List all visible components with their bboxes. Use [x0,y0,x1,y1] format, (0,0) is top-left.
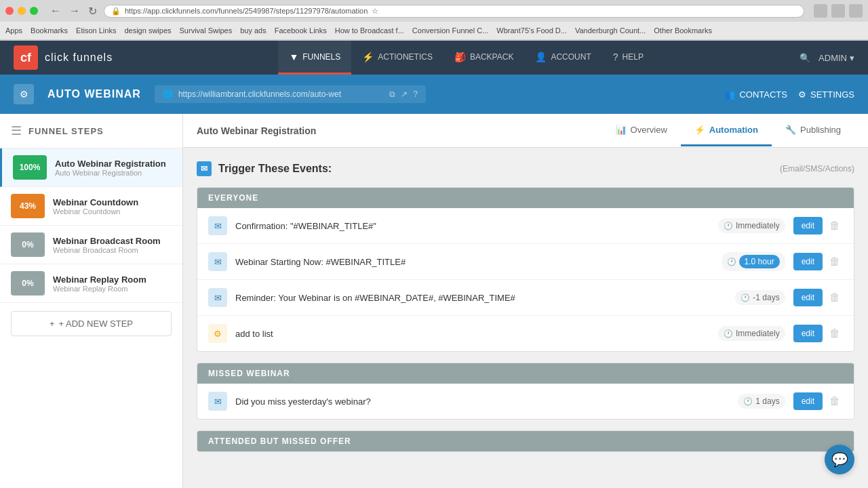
bookmark-item[interactable]: How to Broadcast f... [335,26,404,35]
section-header-missed: MISSED WEBINAR [197,363,854,384]
nav-funnels-label: FUNNELS [302,52,340,62]
sidebar-item-step-3[interactable]: 0% Webinar Replay Room Webinar Replay Ro… [0,264,182,303]
tab-overview[interactable]: 📊 Overview [602,115,681,146]
delete-btn-missed[interactable]: 🗑 [827,392,843,410]
bookmark-item[interactable]: Facebook Links [275,26,327,35]
copy-icon[interactable]: ⧉ [389,89,395,99]
contacts-label: CONTACTS [739,89,787,100]
header-right: 🔍 ADMIN ▾ [800,53,854,63]
nav-backpack[interactable]: 🎒 BACKPACK [443,41,524,75]
address-bar[interactable]: 🔒 https://app.clickfunnels.com/funnels/2… [104,5,804,18]
forward-btn[interactable]: → [66,5,83,18]
refresh-btn[interactable]: ↻ [85,5,100,18]
bookmark-item[interactable]: Survival Swipes [180,26,233,35]
step-subname-3: Webinar Replay Room [53,285,172,293]
add-new-step-button[interactable]: + + ADD NEW STEP [11,311,172,336]
minimize-browser-btn[interactable] [18,7,26,15]
funnel-header-icon: ⚙ [14,84,34,104]
tab-overview-label: Overview [631,125,667,135]
hamburger-icon[interactable]: ☰ [11,123,22,138]
clock-icon-missed: 🕐 [743,397,753,406]
email-row-icon-missed: ✉ [208,392,227,411]
row-actions-missed: edit 🗑 [793,392,843,410]
edit-btn-2[interactable]: edit [793,289,823,306]
contacts-btn[interactable]: 👥 CONTACTS [724,89,787,100]
bookmark-item[interactable]: Bookmarks [31,26,68,35]
funnel-url-bar[interactable]: 🌐 https://williambrant.clickfunnels.com/… [155,85,426,103]
back-btn[interactable]: ← [47,5,64,18]
maximize-browser-btn[interactable] [30,7,38,15]
nav-funnels[interactable]: ▼ FUNNELS [278,41,351,75]
chat-button[interactable]: 💬 [825,445,854,474]
bookmark-item[interactable]: design swipes [124,26,171,35]
sidebar-header: ☰ FUNNEL STEPS [0,114,182,148]
delete-btn-3[interactable]: 🗑 [827,325,843,342]
automation-row-missed: ✉ Did you miss yesterday's webinar? 🕐 1 … [197,384,854,419]
envelope-icon: ✉ [197,161,212,176]
delete-btn-0[interactable]: 🗑 [827,217,843,235]
step-percent-0: 100% [13,155,47,180]
backpack-icon: 🎒 [454,52,466,62]
edit-btn-missed[interactable]: edit [793,392,823,410]
nav-help[interactable]: ? HELP [602,41,654,75]
row-actions-2: edit 🗑 [793,289,843,306]
automation-area: ✉ Trigger These Events: (Email/SMS/Actio… [183,148,868,488]
delete-btn-1[interactable]: 🗑 [827,253,843,270]
section-missed-webinar: MISSED WEBINAR ✉ Did you miss yesterday'… [197,363,854,420]
row-label-3: add to list [235,329,710,339]
info-icon[interactable]: ? [413,89,418,99]
bookmark-item[interactable]: Apps [5,26,22,35]
step-name-3: Webinar Replay Room [53,274,172,285]
automation-row-add-to-list: ⚙ add to list 🕐 Immediately edit 🗑 [197,316,854,351]
bookmark-item[interactable]: Other Bookmarks [654,26,712,35]
row-label-missed: Did you miss yesterday's webinar? [235,396,730,407]
settings-label: SETTINGS [810,89,854,100]
funnel-header: ⚙ AUTO WEBINAR 🌐 https://williambrant.cl… [0,75,868,114]
tab-publishing[interactable]: 🔧 Publishing [772,115,854,146]
nav-actionetics-label: ACTIONETICS [378,52,433,62]
timing-text-missed: 1 days [755,396,779,406]
url-globe-icon: 🌐 [163,89,173,99]
trigger-subtitle: (Email/SMS/Actions) [780,164,854,174]
nav-backpack-label: BACKPACK [470,52,513,62]
edit-btn-3[interactable]: edit [793,325,823,342]
action-row-icon-3: ⚙ [208,324,227,343]
edit-btn-0[interactable]: edit [793,217,823,235]
nav-actionetics[interactable]: ⚡ ACTIONETICS [351,41,443,75]
tab-automation[interactable]: ⚡ Automation [681,115,772,146]
browser-controls: ← → ↻ 🔒 https://app.clickfunnels.com/fun… [0,0,868,22]
admin-menu-btn[interactable]: ADMIN ▾ [818,53,854,63]
external-link-icon[interactable]: ↗ [401,89,408,99]
url-text: https://app.clickfunnels.com/funnels/254… [125,7,368,15]
star-icon: ☆ [372,7,378,16]
timing-text-2: -1 days [753,293,779,302]
funnel-header-actions: 👥 CONTACTS ⚙ SETTINGS [724,89,854,100]
sidebar-item-step-0[interactable]: 100% Auto Webinar Registration Auto Webi… [0,148,182,187]
bookmark-item[interactable]: Conversion Funnel C... [412,26,489,35]
edit-btn-1[interactable]: edit [793,253,823,270]
step-percent-3: 0% [11,271,45,296]
contacts-icon: 👥 [724,89,735,100]
sidebar-item-step-1[interactable]: 43% Webinar Countdown Webinar Countdown [0,187,182,226]
section-everyone: EVERYONE ✉ Confirmation: "#WEBINAR_TITLE… [197,187,854,352]
bookmark-item[interactable]: Wbrant75's Food D... [496,26,567,35]
chevron-down-icon: ▾ [850,53,854,63]
step-info-3: Webinar Replay Room Webinar Replay Room [53,274,172,293]
section-header-everyone: EVERYONE [197,188,854,208]
nav-help-label: HELP [623,52,644,62]
browser-chrome: ← → ↻ 🔒 https://app.clickfunnels.com/fun… [0,0,868,41]
logo-text: click funnels [45,52,113,64]
search-btn[interactable]: 🔍 [800,53,810,63]
nav-account[interactable]: 👤 ACCOUNT [524,41,601,75]
close-browser-btn[interactable] [5,7,14,15]
delete-btn-2[interactable]: 🗑 [827,289,843,306]
row-timing-3: 🕐 Immediately [718,326,785,341]
help-icon: ? [613,52,618,62]
sidebar-item-step-2[interactable]: 0% Webinar Broadcast Room Webinar Broadc… [0,226,182,264]
step-percent-2: 0% [11,232,45,257]
bookmark-item[interactable]: Vanderburgh Count... [575,26,646,35]
bookmark-item[interactable]: Etison Links [76,26,116,35]
app-nav: ▼ FUNNELS ⚡ ACTIONETICS 🎒 BACKPACK 👤 ACC… [133,41,800,75]
bookmark-item[interactable]: buy ads [240,26,267,35]
settings-btn[interactable]: ⚙ SETTINGS [798,89,854,100]
